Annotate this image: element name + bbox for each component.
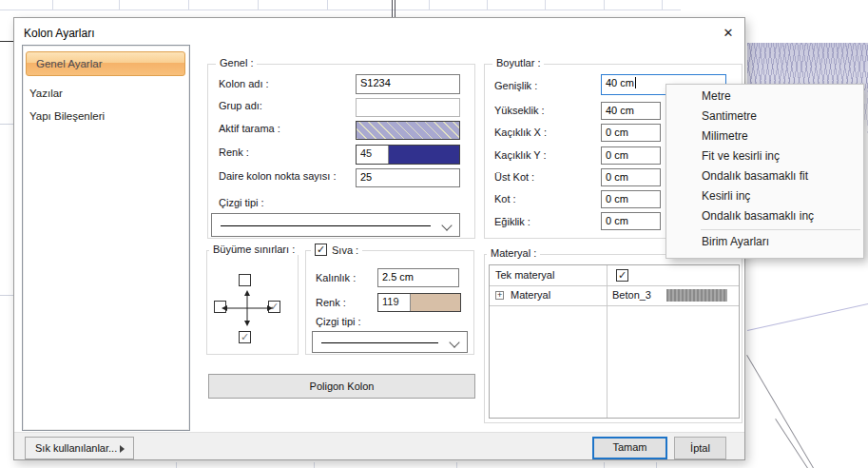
siva-renk-number[interactable]: 119 [378, 294, 411, 311]
app-screen: Kolon Ayarları Genel Ayarlar Yazılar Yap… [0, 0, 868, 468]
menu-item-ondalik-basamakli-inc[interactable]: Ondalık basamaklı inç [666, 206, 863, 226]
linetype-preview [221, 225, 431, 226]
boyutlar-legend: Boyutlar : [492, 57, 544, 68]
nav-item-yapi-bilesenleri[interactable]: Yapı Bileşenleri [29, 107, 182, 126]
grup-adi-input[interactable] [356, 98, 460, 117]
favorites-button[interactable]: Sık kullanılanlar... [25, 437, 134, 459]
kaciklik-y-label: Kaçıklık Y : [494, 149, 547, 161]
menu-item-birim-ayarlari[interactable]: Birim Ayarları [666, 232, 863, 252]
close-button[interactable] [718, 24, 739, 43]
linetype-preview [321, 342, 438, 343]
row-divider [490, 285, 739, 286]
yukseklik-input[interactable]: 40 cm [601, 102, 661, 120]
unit-context-menu: Metre Santimetre Milimetre Fit ve kesirl… [665, 84, 864, 259]
four-way-arrow-icon [221, 289, 274, 327]
menu-item-milimetre[interactable]: Milimetre [666, 127, 863, 146]
nav-item-yazilar[interactable]: Yazılar [29, 84, 182, 103]
materyal-row-label: Materyal [511, 289, 550, 301]
menu-item-ondalik-basamakli-fit[interactable]: Ondalık basamaklı fit [666, 166, 863, 186]
expand-plus-icon[interactable] [495, 291, 504, 300]
kot-input[interactable]: 0 cm [601, 190, 661, 208]
siva-cizgi-dropdown[interactable] [312, 331, 468, 353]
aktif-tarama-swatch[interactable] [356, 121, 460, 140]
kaciklik-x-input[interactable]: 0 cm [601, 124, 661, 142]
row-divider [490, 305, 739, 306]
genel-group: Genel : Kolon adı : S1234 Grup adı: Akti… [207, 64, 475, 239]
tek-materyal-checkbox[interactable] [616, 269, 628, 282]
settings-nav: Genel Ayarlar Yazılar Yapı Bileşenleri [22, 45, 190, 431]
materyal-legend: Materyal : [487, 247, 540, 259]
kot-label: Kot : [494, 193, 516, 205]
daire-input[interactable]: 25 [356, 168, 460, 187]
daire-label: Daire kolon nokta sayısı : [219, 170, 337, 182]
text-caret [635, 77, 636, 88]
grup-adi-label: Grup adı: [219, 100, 262, 111]
siva-group: Sıva : Kalınlık : 2.5 cm Renk : 119 Çizg… [305, 250, 474, 355]
aktif-tarama-label: Aktif tarama : [219, 123, 280, 134]
column-divider [607, 265, 608, 418]
buyume-legend: Büyüme sınırları : [209, 244, 299, 255]
kalinlik-label: Kalınlık : [316, 272, 356, 283]
submenu-arrow-icon [120, 445, 125, 453]
kaciklik-y-input[interactable]: 0 cm [601, 146, 661, 165]
egiklik-input[interactable]: 0 cm [601, 212, 661, 230]
renk-label: Renk : [219, 146, 249, 158]
menu-separator [701, 229, 860, 230]
menu-item-metre[interactable]: Metre [666, 87, 863, 107]
renk-control[interactable]: 45 [356, 145, 460, 165]
kolon-adi-label: Kolon adı : [219, 78, 269, 89]
tek-materyal-label: Tek materyal [495, 269, 554, 281]
siva-renk-label: Renk : [316, 297, 346, 308]
dialog-title: Kolon Ayarları [24, 27, 95, 40]
chevron-down-icon [441, 220, 452, 230]
menu-item-kesirli-inc[interactable]: Kesirli inç [666, 186, 863, 206]
cancel-button[interactable]: İptal [674, 437, 726, 459]
materyal-table: Tek materyal Materyal Beton_3 [489, 264, 740, 419]
genel-legend: Genel : [216, 57, 257, 68]
materyal-group: Materyal : Tek materyal Materyal Beton_3 [484, 254, 743, 423]
yukseklik-label: Yükseklik : [494, 105, 545, 116]
siva-renk-control[interactable]: 119 [377, 293, 461, 312]
nav-item-genel-ayarlar[interactable]: Genel Ayarlar [26, 51, 185, 76]
kolon-ayarlari-dialog: Kolon Ayarları Genel Ayarlar Yazılar Yap… [13, 17, 745, 460]
grow-bottom-checkbox[interactable] [239, 331, 251, 343]
siva-legend-text: Sıva : [332, 244, 358, 256]
grow-top-checkbox[interactable] [239, 274, 251, 286]
kolon-adi-input[interactable]: S1234 [356, 74, 460, 94]
siva-cizgi-label: Çizgi tipi : [316, 316, 361, 327]
buyume-sinirlari-group: Büyüme sınırları : [206, 250, 299, 355]
materyal-value[interactable]: Beton_3 [612, 289, 651, 301]
renk-swatch[interactable] [389, 146, 459, 164]
egiklik-label: Eğiklik : [494, 216, 530, 227]
ok-button[interactable]: Tamam [592, 437, 667, 459]
renk-number[interactable]: 45 [357, 146, 389, 164]
genislik-value: 40 cm [606, 77, 634, 88]
ust-kot-input[interactable]: 0 cm [601, 168, 661, 186]
cizgi-tipi-label: Çizgi tipi : [219, 197, 264, 208]
siva-legend: Sıva : [311, 244, 362, 256]
genislik-label: Genişlik : [494, 80, 537, 91]
cizgi-tipi-dropdown[interactable] [211, 213, 460, 237]
siva-renk-swatch[interactable] [411, 294, 460, 311]
siva-checkbox[interactable] [315, 244, 327, 256]
chevron-down-icon [449, 337, 459, 347]
kalinlik-input[interactable]: 2.5 cm [377, 268, 459, 287]
favorites-button-label: Sık kullanılanlar... [35, 442, 117, 454]
menu-item-fit-ve-kesirli-inc[interactable]: Fit ve kesirli inç [666, 146, 863, 166]
poligon-kolon-button[interactable]: Poligon Kolon [208, 374, 475, 399]
menu-item-santimetre[interactable]: Santimetre [666, 107, 863, 127]
ust-kot-label: Üst Kot : [494, 171, 534, 183]
kaciklik-x-label: Kaçıklık X : [494, 127, 547, 138]
materyal-texture-swatch[interactable] [666, 289, 727, 302]
